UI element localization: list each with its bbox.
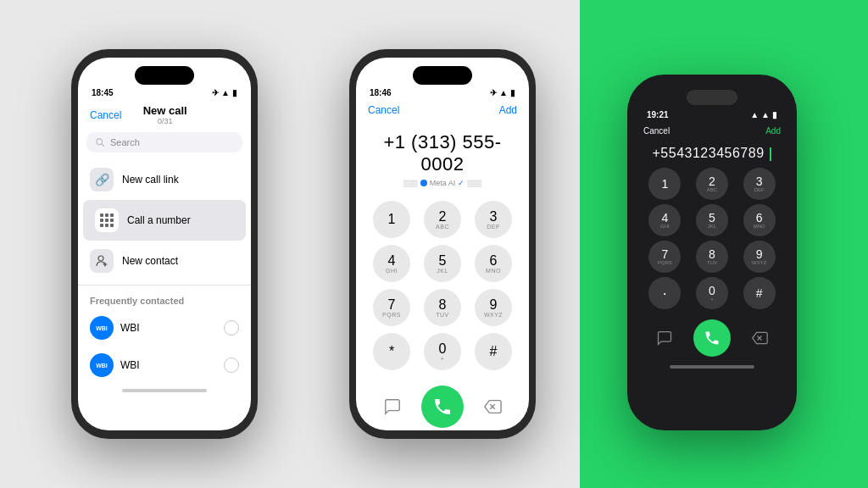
dark-backspace-action[interactable] xyxy=(746,324,773,352)
scene: 18:45 ✈ ▲ ▮ Cancel New call 0/31 xyxy=(0,0,868,488)
dark-dial-9[interactable]: 9WXYZ xyxy=(743,241,776,273)
dark-dialpad: 1 2ABC 3DEF 4GHI 5JKL 6MNO 7PQRS 8TUV 9W… xyxy=(633,164,791,313)
contact-name-2: WBI xyxy=(120,359,140,371)
status-time-2: 18:46 xyxy=(370,88,392,97)
dynamic-island-2 xyxy=(413,66,472,85)
search-icon xyxy=(95,137,105,147)
dynamic-island-3 xyxy=(687,90,737,105)
dial-6[interactable]: 6MNO xyxy=(475,245,512,282)
wifi-icon: ▲ xyxy=(221,88,230,97)
phone-1: 18:45 ✈ ▲ ▮ Cancel New call 0/31 xyxy=(71,49,258,439)
dark-dial-8[interactable]: 8TUV xyxy=(696,241,728,273)
title-block: New call 0/31 xyxy=(143,104,187,125)
dark-dial-hash[interactable]: # xyxy=(743,277,776,309)
svg-point-2 xyxy=(98,256,103,261)
dark-call-button[interactable] xyxy=(693,319,731,357)
dark-dial-6[interactable]: 6MNO xyxy=(743,204,776,236)
section-title: Frequently contacted xyxy=(78,289,251,309)
add-button-2[interactable]: Add xyxy=(499,104,517,116)
dial-2[interactable]: 2ABC xyxy=(424,201,461,238)
dark-dial-1[interactable]: 1 xyxy=(648,168,681,200)
dial-1[interactable]: 1 xyxy=(373,201,410,238)
phone-2-screen: 18:46 ✈ ▲ ▮ Cancel Add +1 (313) 555-0002… xyxy=(356,58,529,430)
meta-dot xyxy=(420,180,427,186)
menu-item-call-number[interactable]: Call a number xyxy=(83,200,246,241)
divider-1 xyxy=(78,285,251,286)
cancel-button-3[interactable]: Cancel xyxy=(643,126,670,136)
call-button-2[interactable] xyxy=(421,385,464,428)
phone-subtitle: ▒▒▒ Meta AI ✓ ▒▒▒ xyxy=(356,179,529,196)
contact-left-2: WBI WBI xyxy=(90,353,140,377)
menu-label-call-number: Call a number xyxy=(127,214,191,226)
contact-item-2[interactable]: WBI WBI xyxy=(78,347,251,384)
home-indicator-1 xyxy=(122,389,207,392)
search-placeholder: Search xyxy=(110,137,140,147)
menu-item-new-contact[interactable]: New contact xyxy=(78,241,251,281)
dial-9[interactable]: 9WXYZ xyxy=(475,289,512,326)
dial-8[interactable]: 8TUV xyxy=(424,289,461,326)
link-icon: 🔗 xyxy=(90,168,114,191)
search-bar[interactable]: Search xyxy=(86,132,242,152)
dark-dial-3[interactable]: 3DEF xyxy=(743,168,776,200)
dial-3[interactable]: 3DEF xyxy=(475,201,512,238)
screen1-title: New call xyxy=(143,104,187,117)
dark-dial-2[interactable]: 2ABC xyxy=(696,168,728,200)
screen2-header: Cancel Add xyxy=(356,101,529,123)
dialer-actions-2 xyxy=(356,375,529,430)
dial-hash[interactable]: # xyxy=(475,333,512,370)
home-indicator-3 xyxy=(670,365,754,369)
dark-dialer-actions xyxy=(633,313,791,360)
radio-btn-1[interactable] xyxy=(224,320,239,336)
airplane-icon: ✈ xyxy=(212,88,219,97)
backspace-action[interactable] xyxy=(476,391,509,423)
battery-icon-3: ▮ xyxy=(772,110,777,119)
battery-icon: ▮ xyxy=(232,88,237,97)
avatar-2: WBI xyxy=(90,353,114,377)
new-contact-icon xyxy=(90,249,114,273)
dark-message-action[interactable] xyxy=(651,324,678,352)
menu-label-new-contact: New contact xyxy=(122,255,178,267)
meta-label: Meta AI xyxy=(430,179,456,187)
dial-5[interactable]: 5JKL xyxy=(424,245,461,282)
status-time-1: 18:45 xyxy=(92,88,114,97)
dark-dial-0[interactable]: 0+ xyxy=(696,277,728,309)
cancel-button-2[interactable]: Cancel xyxy=(368,104,399,116)
battery-icon-2: ▮ xyxy=(510,88,515,97)
contact-name-1: WBI xyxy=(120,322,140,334)
dark-dial-dot[interactable]: · xyxy=(648,277,681,309)
dial-4[interactable]: 4GHI xyxy=(373,245,410,282)
phone-3: 19:21 ▲ ▲ ▮ Cancel Add +5543123456789 1 … xyxy=(627,75,797,430)
phone-2: 18:46 ✈ ▲ ▮ Cancel Add +1 (313) 555-0002… xyxy=(349,49,536,439)
avatar-1: WBI xyxy=(90,316,114,340)
phone-number-display: +1 (313) 555-0002 xyxy=(356,123,529,179)
menu-item-new-call-link[interactable]: 🔗 New call link xyxy=(78,159,251,200)
screen1-subtitle: 0/31 xyxy=(143,117,187,125)
verified-badge: ✓ xyxy=(458,179,465,187)
radio-btn-2[interactable] xyxy=(224,358,239,373)
phone-1-screen: 18:45 ✈ ▲ ▮ Cancel New call 0/31 xyxy=(78,58,251,430)
status-time-3: 19:21 xyxy=(647,110,669,119)
dialpad-2: 1 2ABC 3DEF 4GHI 5JKL 6MNO 7PQRS 8TUV 9W… xyxy=(356,196,529,375)
screen1-header: Cancel New call 0/31 xyxy=(78,101,251,132)
menu-label-new-call-link: New call link xyxy=(122,174,179,186)
wifi-icon-3: ▲ xyxy=(761,110,770,119)
dynamic-island-1 xyxy=(135,66,194,85)
cancel-button-1[interactable]: Cancel xyxy=(90,109,121,121)
screen3-header: Cancel Add xyxy=(633,123,791,141)
status-icons-2: ✈ ▲ ▮ xyxy=(490,88,515,97)
contact-item-1[interactable]: WBI WBI xyxy=(78,309,251,347)
add-button-3[interactable]: Add xyxy=(765,126,781,136)
dial-star[interactable]: * xyxy=(373,333,410,370)
dark-dial-7[interactable]: 7PQRS xyxy=(648,241,681,273)
dial-7[interactable]: 7PQRS xyxy=(373,289,410,326)
dark-dial-4[interactable]: 4GHI xyxy=(648,204,681,236)
status-icons-3: ▲ ▲ ▮ xyxy=(750,110,777,119)
phone-3-screen: 19:21 ▲ ▲ ▮ Cancel Add +5543123456789 1 … xyxy=(633,83,791,422)
message-action[interactable] xyxy=(376,391,409,423)
dial-0[interactable]: 0+ xyxy=(424,333,461,370)
contact-left-1: WBI WBI xyxy=(90,316,140,340)
dark-dial-5[interactable]: 5JKL xyxy=(696,204,728,236)
dark-phone-number: +5543123456789 xyxy=(633,141,791,164)
airplane-icon-2: ✈ xyxy=(490,88,497,97)
wifi-icon-2: ▲ xyxy=(499,88,508,97)
